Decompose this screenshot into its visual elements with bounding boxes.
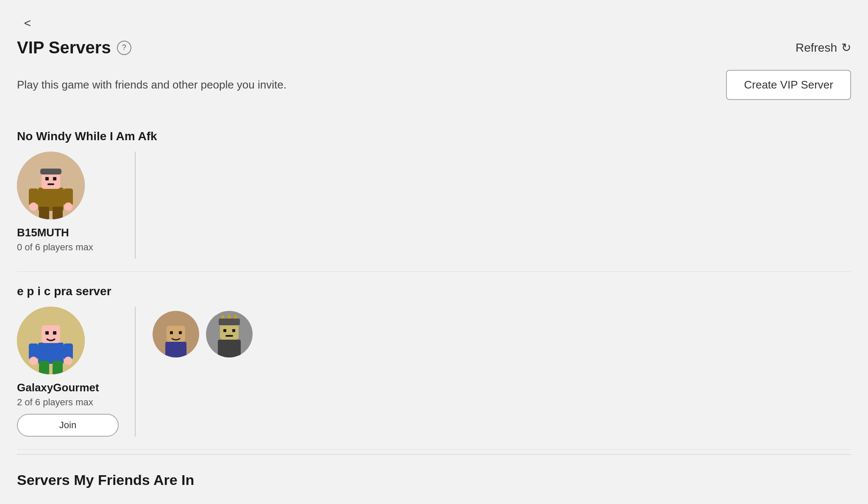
svg-rect-35 [218, 340, 241, 357]
svg-rect-2 [39, 207, 49, 219]
svg-point-11 [64, 202, 72, 211]
player-avatar-1 [153, 311, 199, 357]
owner-avatar-2 [17, 307, 85, 374]
svg-point-22 [29, 357, 38, 365]
description-text: Play this game with friends and other pe… [17, 78, 287, 91]
svg-rect-30 [220, 324, 239, 340]
server-body-2: GalaxyGourmet 2 of 6 players max Join [17, 307, 851, 437]
svg-point-10 [29, 202, 38, 211]
description-row: Play this game with friends and other pe… [17, 70, 851, 100]
page-title: VIP Servers [17, 38, 111, 57]
join-button-2[interactable]: Join [17, 414, 119, 437]
svg-rect-7 [47, 183, 54, 185]
svg-rect-33 [225, 335, 233, 337]
svg-rect-18 [45, 331, 49, 335]
back-icon: < [24, 17, 31, 30]
friends-section-title: Servers My Friends Are In [17, 459, 851, 493]
avatar-svg-1 [17, 152, 85, 219]
player-svg-1 [153, 311, 199, 357]
player-count-2: 2 of 6 players max [17, 397, 93, 408]
server-name-2: e p i c pra server [17, 285, 851, 298]
server-body-1: B15MUTH 0 of 6 players max [17, 152, 851, 259]
owner-username-1: B15MUTH [17, 226, 69, 239]
svg-rect-15 [39, 361, 49, 374]
svg-rect-19 [53, 331, 56, 335]
avatar-svg-2 [17, 307, 85, 374]
server-name-1: No Windy While I Am Afk [17, 130, 851, 143]
server-owner-section-2: GalaxyGourmet 2 of 6 players max Join [17, 307, 136, 437]
svg-rect-16 [53, 361, 63, 374]
svg-rect-12 [40, 169, 61, 174]
header-left: VIP Servers ? [17, 38, 131, 57]
owner-username-2: GalaxyGourmet [17, 381, 99, 394]
player-avatar-2 [206, 311, 253, 357]
svg-rect-6 [53, 177, 56, 180]
owner-avatar-1 [17, 152, 85, 219]
svg-rect-31 [223, 329, 226, 332]
player-svg-2 [206, 311, 253, 357]
svg-rect-5 [45, 177, 49, 180]
back-button[interactable]: < [17, 13, 38, 34]
refresh-label: Refresh [796, 41, 837, 55]
create-vip-button[interactable]: Create VIP Server [726, 70, 851, 100]
server-owner-section-1: B15MUTH 0 of 6 players max [17, 152, 136, 259]
help-icon[interactable]: ? [117, 41, 131, 55]
svg-rect-28 [165, 342, 186, 357]
refresh-button[interactable]: Refresh ↻ [796, 41, 851, 55]
server-entry-1: No Windy While I Am Afk [17, 117, 851, 272]
svg-rect-32 [232, 329, 235, 332]
players-section-2 [153, 307, 253, 357]
svg-rect-34 [219, 318, 240, 325]
header-row: VIP Servers ? Refresh ↻ [17, 38, 851, 57]
section-divider [17, 454, 851, 455]
player-count-1: 0 of 6 players max [17, 242, 93, 253]
page-container: < VIP Servers ? Refresh ↻ Play this game… [0, 0, 868, 504]
refresh-icon: ↻ [841, 41, 851, 55]
svg-rect-3 [53, 207, 63, 219]
server-entry-2: e p i c pra server [17, 272, 851, 450]
svg-rect-26 [170, 331, 173, 334]
svg-point-23 [64, 357, 72, 365]
svg-rect-27 [179, 331, 182, 334]
svg-rect-14 [38, 343, 64, 364]
